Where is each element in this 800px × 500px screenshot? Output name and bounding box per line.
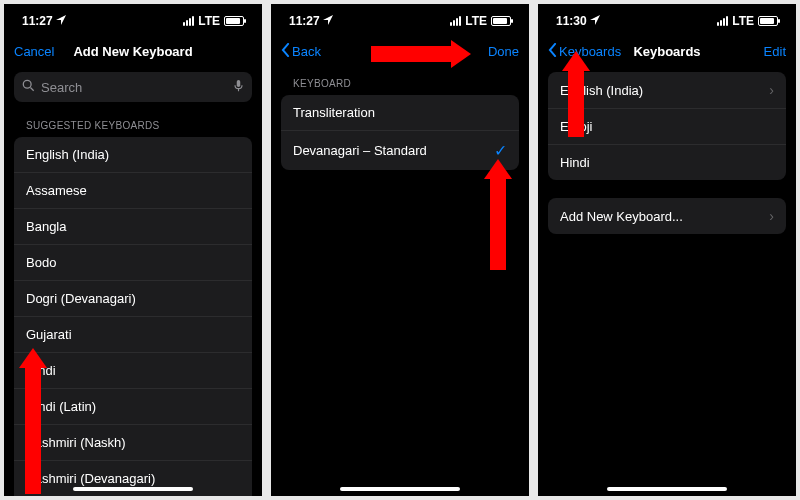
row-label: Add New Keyboard... [560, 209, 683, 224]
add-keyboard-button[interactable]: Add New Keyboard... › [548, 198, 786, 234]
svg-point-0 [23, 80, 31, 88]
svg-rect-2 [237, 79, 241, 86]
annotation-arrow [490, 175, 506, 270]
content: KEYBOARD Transliteration Devanagari – St… [271, 68, 529, 496]
battery-icon [491, 16, 511, 26]
row-label: Hindi [560, 155, 590, 170]
list-item[interactable]: Hindi (Latin) [14, 389, 252, 425]
list-item[interactable]: Transliteration [281, 95, 519, 131]
signal-icon [183, 16, 194, 26]
location-icon [323, 14, 333, 28]
chevron-left-icon [548, 43, 557, 60]
network-label: LTE [732, 14, 754, 28]
row-label: Transliteration [293, 105, 375, 120]
list-item[interactable]: Hindi [548, 145, 786, 180]
screen-keyboards-list: 11:30 LTE Keyboards Keyboards Edit Engli… [538, 4, 796, 496]
chevron-right-icon: › [769, 82, 774, 98]
cancel-button[interactable]: Cancel [14, 44, 74, 59]
suggested-keyboards-list: English (India) Assamese Bangla Bodo Dog… [14, 137, 252, 496]
status-time-group: 11:27 [22, 14, 66, 28]
location-icon [590, 14, 600, 28]
list-item[interactable]: Gujarati [14, 317, 252, 353]
back-label: Back [292, 44, 321, 59]
check-icon: ✓ [494, 141, 507, 160]
list-item[interactable]: Kashmiri (Naskh) [14, 425, 252, 461]
signal-icon [717, 16, 728, 26]
section-header: SUGGESTED KEYBOARDS [4, 110, 262, 137]
search-icon [22, 79, 35, 95]
home-indicator[interactable] [340, 487, 460, 491]
home-indicator[interactable] [607, 487, 727, 491]
back-button[interactable]: Back [281, 43, 341, 60]
list-item[interactable]: Assamese [14, 173, 252, 209]
annotation-arrow [25, 364, 41, 494]
row-label: Devanagari – Standard [293, 143, 427, 158]
status-right: LTE [717, 14, 778, 28]
network-label: LTE [465, 14, 487, 28]
location-icon [56, 14, 66, 28]
svg-line-1 [30, 87, 33, 90]
edit-button[interactable]: Edit [726, 44, 786, 59]
chevron-left-icon [281, 43, 290, 60]
status-right: LTE [450, 14, 511, 28]
search-bar[interactable] [14, 72, 252, 102]
status-right: LTE [183, 14, 244, 28]
mic-icon[interactable] [233, 79, 244, 96]
status-bar: 11:27 LTE [271, 4, 529, 34]
list-item[interactable]: Dogri (Devanagari) [14, 281, 252, 317]
status-time: 11:27 [22, 14, 53, 28]
list-item[interactable]: English (India) [14, 137, 252, 173]
content: SUGGESTED KEYBOARDS English (India) Assa… [4, 110, 262, 496]
chevron-right-icon: › [769, 208, 774, 224]
annotation-arrow [371, 46, 455, 62]
list-item[interactable]: Hindi [14, 353, 252, 389]
status-time: 11:30 [556, 14, 587, 28]
status-time-group: 11:27 [289, 14, 333, 28]
status-bar: 11:27 LTE [4, 4, 262, 34]
status-time: 11:27 [289, 14, 320, 28]
screen-add-keyboard: 11:27 LTE Cancel Add New Keyboard SUGGES… [4, 4, 262, 496]
network-label: LTE [198, 14, 220, 28]
battery-icon [224, 16, 244, 26]
status-time-group: 11:30 [556, 14, 600, 28]
search-input[interactable] [41, 80, 227, 95]
nav-bar: Cancel Add New Keyboard [4, 34, 262, 68]
list-item[interactable]: Bangla [14, 209, 252, 245]
section-header: KEYBOARD [271, 68, 529, 95]
add-keyboard-group: Add New Keyboard... › [548, 198, 786, 234]
screen-select-layout: 11:27 LTE Back Hindi Done KEYBOARD Trans… [271, 4, 529, 496]
home-indicator[interactable] [73, 487, 193, 491]
annotation-arrow [568, 67, 584, 137]
list-item[interactable]: Bodo [14, 245, 252, 281]
battery-icon [758, 16, 778, 26]
status-bar: 11:30 LTE [538, 4, 796, 34]
signal-icon [450, 16, 461, 26]
